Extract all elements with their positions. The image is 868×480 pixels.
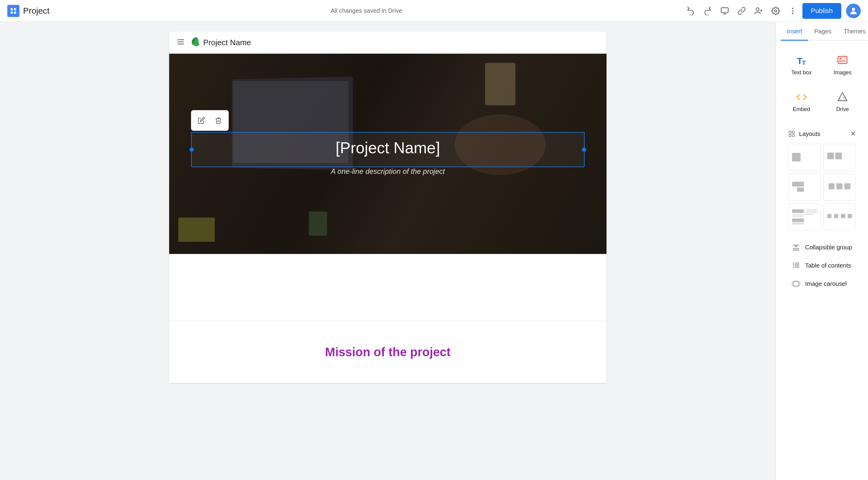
layout-preview-5 [792,209,817,225]
insert-images[interactable]: Images [824,48,862,82]
layout-card-5[interactable] [788,203,821,231]
images-label: Images [834,69,851,76]
publish-button[interactable]: Publish [802,3,841,19]
app-title: Project [23,6,50,16]
content-below [169,254,607,315]
main-layout: Project Name [0,22,868,480]
carousel-icon [792,279,800,288]
layouts-icon [788,130,796,137]
images-icon [836,54,848,66]
embed-label: Embed [793,106,810,112]
svg-rect-38 [794,281,799,286]
insert-table-of-contents[interactable]: Table of contents [788,256,856,275]
sidebar-bottom-items: Collapsible group [782,236,862,295]
edit-element-button[interactable] [193,112,209,128]
header-center: All changes saved in Drive [50,7,683,14]
layout-preview-1 [792,153,817,162]
svg-rect-1 [14,8,16,10]
svg-point-10 [774,10,777,12]
undo-button[interactable] [683,4,698,18]
layout-preview-4 [827,183,852,192]
edit-toolbar [191,110,229,131]
tab-pages[interactable]: Pages [808,22,838,41]
section-divider [169,321,607,321]
mission-section: Mission of the project [169,333,607,383]
header: Project All changes saved in Drive [0,0,868,22]
svg-point-14 [852,8,855,11]
page-menu-icon[interactable] [177,38,185,47]
svg-rect-39 [792,282,794,285]
toc-icon [792,261,800,270]
toc-label: Table of contents [805,262,851,269]
right-sidebar: Insert Pages Themes T T Text box [776,22,868,480]
sidebar-divider-1 [788,234,856,235]
resize-handle-left[interactable] [189,147,194,152]
layouts-close-button[interactable]: ✕ [850,130,856,138]
layout-card-2[interactable] [824,144,856,171]
layout-preview-2 [827,152,852,162]
collapsible-label: Collapsible group [805,244,852,251]
svg-rect-24 [793,131,795,133]
layout-preview-3 [792,182,817,193]
hero-content: [Project Name] A one-line description of… [191,132,585,176]
mission-title: Mission of the project [193,345,582,359]
embed-icon [796,91,808,103]
insert-drive[interactable]: Drive [824,84,862,119]
user-avatar [846,4,861,18]
drive-icon [836,91,848,103]
page-header-bar: Project Name [169,32,607,54]
tab-insert[interactable]: Insert [781,22,808,41]
svg-rect-20 [838,57,847,64]
more-options-button[interactable] [785,4,800,18]
layout-card-6[interactable] [824,203,856,231]
svg-rect-4 [721,8,728,12]
svg-text:T: T [802,59,806,66]
selected-text-box[interactable]: [Project Name] [191,132,585,167]
svg-point-7 [756,8,759,10]
drive-label: Drive [836,106,849,112]
svg-rect-3 [14,11,16,14]
svg-point-22 [840,58,842,60]
insert-items-grid: T T Text box [782,48,862,119]
insert-embed[interactable]: Embed [782,84,821,119]
hero-title: [Project Name] [204,139,572,157]
layout-preview-6 [827,214,852,220]
text-box-label: Text box [791,69,811,76]
link-button[interactable] [734,4,749,18]
site-page: Project Name [169,32,607,383]
tab-themes[interactable]: Themes [838,22,868,41]
layout-card-1[interactable] [788,144,821,171]
logo-area: Project [7,5,50,17]
svg-rect-25 [789,134,791,137]
layouts-label: Layouts [799,131,820,137]
redo-button[interactable] [700,4,715,18]
delete-element-button[interactable] [211,112,226,128]
header-actions: Publish [683,3,861,19]
carousel-label: Image carousel [805,280,847,287]
layouts-header[interactable]: Layouts ✕ [782,126,862,141]
preview-button[interactable] [717,4,732,18]
insert-panel: T T Text box [776,41,868,303]
page-name: Project Name [203,38,251,47]
layout-card-3[interactable] [788,174,821,201]
share-button[interactable] [751,4,766,18]
content-area: Project Name [0,22,776,480]
layouts-section: Layouts ✕ [782,126,862,233]
hero-section: [Project Name] A one-line description of… [169,54,607,254]
hero-subtitle: A one-line description of the project [191,167,585,176]
collapsible-icon [792,243,800,251]
svg-point-12 [792,10,794,11]
resize-handle-right[interactable] [582,147,586,152]
svg-point-11 [792,8,794,9]
insert-collapsible-group[interactable]: Collapsible group [788,238,856,256]
layouts-grid [782,141,862,233]
insert-image-carousel[interactable]: Image carousel [788,275,856,293]
sidebar-tabs: Insert Pages Themes [776,22,868,41]
layout-card-4[interactable] [824,174,856,201]
site-logo [189,36,199,48]
settings-button[interactable] [768,4,783,18]
svg-rect-26 [793,134,795,137]
svg-rect-0 [11,8,13,10]
insert-text-box[interactable]: T T Text box [782,48,821,82]
svg-rect-2 [11,11,13,14]
